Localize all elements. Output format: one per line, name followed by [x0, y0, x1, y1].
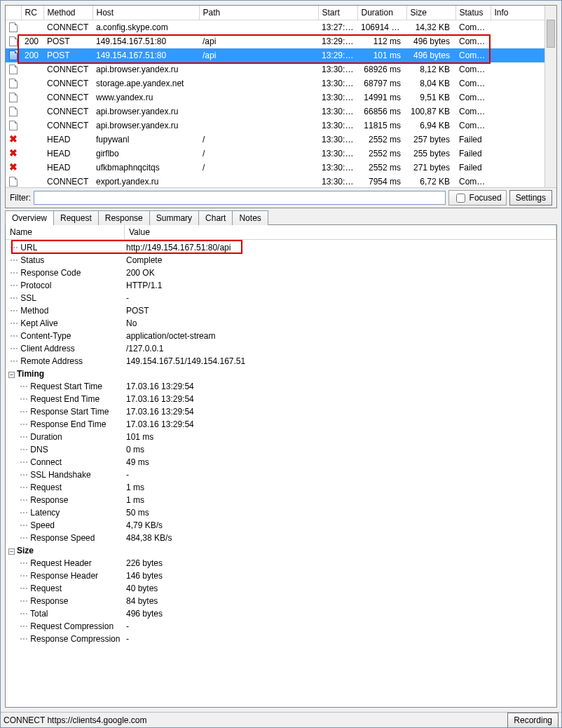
table-row[interactable]: CONNECTwww.yandex.ru13:30:3914991 ms9,51…	[6, 90, 556, 105]
detail-row[interactable]: ⋯ StatusComplete	[8, 254, 554, 267]
document-icon	[9, 50, 18, 60]
detail-row[interactable]: ⋯ Response84 bytes	[8, 595, 554, 607]
vertical-scrollbar[interactable]	[544, 6, 556, 187]
detail-row[interactable]: ⋯ Duration101 ms	[8, 431, 554, 443]
detail-name: ⋯ Response	[8, 495, 126, 505]
requests-pane: RCMethodHostPathStartDurationSizeStatusI…	[5, 5, 557, 208]
document-icon	[9, 93, 18, 102]
col-Duration[interactable]: Duration	[357, 6, 406, 20]
detail-row[interactable]: −Size	[8, 544, 554, 557]
detail-name: ⋯ Request	[8, 483, 126, 492]
detail-col-value[interactable]: Value	[125, 225, 556, 239]
detail-row[interactable]: ⋯ Request1 ms	[8, 481, 554, 494]
detail-row[interactable]: ⋯ Request Compression-	[8, 620, 554, 633]
detail-row[interactable]: ⋯ DNS0 ms	[8, 443, 554, 456]
detail-row[interactable]: ⋯ MethodPOST	[8, 304, 554, 317]
tab-request[interactable]: Request	[53, 210, 99, 225]
tab-summary[interactable]: Summary	[149, 210, 199, 225]
detail-row[interactable]: ⋯ Response1 ms	[8, 494, 554, 506]
detail-row[interactable]: ⋯ SSL Handshake-	[8, 469, 554, 481]
detail-row[interactable]: ⋯ Request End Time17.03.16 13:29:54	[8, 393, 554, 405]
detail-row[interactable]: −Timing	[8, 368, 554, 380]
detail-row[interactable]: ⋯ Request Start Time17.03.16 13:29:54	[8, 380, 554, 393]
col-Size[interactable]: Size	[406, 6, 455, 20]
collapse-icon[interactable]: −	[8, 548, 15, 555]
requests-table[interactable]: RCMethodHostPathStartDurationSizeStatusI…	[6, 6, 556, 187]
filter-label: Filter:	[10, 193, 31, 203]
settings-button[interactable]: Settings	[509, 190, 552, 205]
detail-name: ⋯ Total	[8, 609, 126, 619]
detail-body[interactable]: ⋯ URLhttp://149.154.167.51:80/api⋯ Statu…	[6, 240, 556, 707]
detail-name: ⋯ Request Start Time	[8, 382, 126, 391]
col-Path[interactable]: Path	[199, 6, 318, 20]
detail-row[interactable]: ⋯ Response Speed484,38 KB/s	[8, 532, 554, 544]
col-icon[interactable]	[6, 6, 21, 20]
detail-row[interactable]: ⋯ Response End Time17.03.16 13:29:54	[8, 418, 554, 431]
detail-value: HTTP/1.1	[126, 281, 554, 290]
detail-name: ⋯ Method	[8, 306, 126, 316]
detail-row[interactable]: ⋯ Remote Address149.154.167.51/149.154.1…	[8, 355, 554, 368]
tab-chart[interactable]: Chart	[198, 210, 233, 225]
tab-overview[interactable]: Overview	[5, 210, 54, 225]
focused-checkbox[interactable]	[456, 194, 465, 203]
detail-row[interactable]: ⋯ Response Start Time17.03.16 13:29:54	[8, 405, 554, 418]
detail-row[interactable]: ⋯ URLhttp://149.154.167.51:80/api	[8, 241, 554, 254]
tab-response[interactable]: Response	[98, 210, 150, 225]
detail-row[interactable]: ⋯ Request Header226 bytes	[8, 557, 554, 569]
table-row[interactable]: 200POST149.154.167.51:80/api13:29:54101 …	[6, 48, 556, 62]
detail-name: ⋯ Connect	[8, 457, 126, 467]
table-row[interactable]: CONNECTstorage.ape.yandex.net13:30:39687…	[6, 76, 556, 90]
detail-row[interactable]: ⋯ Kept AliveNo	[8, 317, 554, 330]
detail-name: ⋯ SSL Handshake	[8, 470, 126, 480]
detail-value: Complete	[126, 255, 554, 265]
detail-col-name[interactable]: Name	[6, 225, 125, 239]
col-Method[interactable]: Method	[43, 6, 92, 20]
detail-row[interactable]: ⋯ Connect49 ms	[8, 456, 554, 469]
detail-name: ⋯ Response Code	[8, 268, 126, 278]
table-row[interactable]: ✖HEADgirflbo/13:30:462552 ms255 bytesFai…	[6, 147, 556, 161]
table-row[interactable]: ✖HEADufkbmaphnqcitqs/13:30:462552 ms271 …	[6, 161, 556, 175]
detail-row[interactable]: ⋯ SSL-	[8, 292, 554, 304]
detail-value: http://149.154.167.51:80/api	[126, 243, 554, 252]
status-bar: CONNECT https://clients4.google.com Reco…	[1, 712, 561, 727]
detail-value: 50 ms	[126, 508, 554, 518]
detail-value: application/octet-stream	[126, 331, 554, 341]
focused-toggle[interactable]: Focused	[448, 190, 507, 205]
detail-row[interactable]: ⋯ Total496 bytes	[8, 607, 554, 620]
detail-row[interactable]: ⋯ Response Compression-	[8, 633, 554, 645]
col-Start[interactable]: Start	[318, 6, 357, 20]
detail-name: ⋯ Response Start Time	[8, 407, 126, 417]
detail-name: ⋯ Request Header	[8, 558, 126, 568]
detail-name: ⋯ Protocol	[8, 281, 126, 290]
detail-name: ⋯ URL	[8, 243, 126, 252]
col-Host[interactable]: Host	[92, 6, 199, 20]
collapse-icon[interactable]: −	[8, 372, 15, 378]
detail-row[interactable]: ⋯ Latency50 ms	[8, 506, 554, 519]
table-row[interactable]: CONNECTexport.yandex.ru13:30:467954 ms6,…	[6, 175, 556, 188]
detail-row[interactable]: ⋯ Request40 bytes	[8, 582, 554, 595]
detail-row[interactable]: ⋯ ProtocolHTTP/1.1	[8, 279, 554, 292]
table-row[interactable]: ✖HEADfupywanl/13:30:462552 ms257 bytesFa…	[6, 133, 556, 147]
detail-name: −Timing	[8, 369, 126, 379]
detail-row[interactable]: ⋯ Response Code200 OK	[8, 267, 554, 279]
col-Status[interactable]: Status	[455, 6, 491, 20]
detail-value: 484,38 KB/s	[126, 533, 554, 543]
detail-value: 0 ms	[126, 445, 554, 454]
detail-value: 1 ms	[126, 495, 554, 505]
table-row[interactable]: CONNECTapi.browser.yandex.ru13:30:416685…	[6, 105, 556, 119]
recording-button[interactable]: Recording	[507, 713, 558, 728]
detail-name: ⋯ Remote Address	[8, 356, 126, 366]
table-row[interactable]: 200POST149.154.167.51:80/api13:29:54112 …	[6, 34, 556, 48]
tab-notes[interactable]: Notes	[232, 210, 268, 225]
col-RC[interactable]: RC	[21, 6, 43, 20]
table-row[interactable]: CONNECTapi.browser.yandex.ru13:30:411181…	[6, 119, 556, 133]
detail-row[interactable]: ⋯ Speed4,79 KB/s	[8, 519, 554, 532]
table-row[interactable]: CONNECTapi.browser.yandex.ru13:30:396892…	[6, 62, 556, 76]
detail-name: ⋯ Request Compression	[8, 621, 126, 631]
detail-value: 17.03.16 13:29:54	[126, 394, 554, 404]
filter-input[interactable]	[34, 191, 446, 205]
table-row[interactable]: CONNECTa.config.skype.com13:27:52106914 …	[6, 20, 556, 34]
detail-row[interactable]: ⋯ Response Header146 bytes	[8, 569, 554, 582]
detail-row[interactable]: ⋯ Client Address/127.0.0.1	[8, 342, 554, 355]
detail-row[interactable]: ⋯ Content-Typeapplication/octet-stream	[8, 330, 554, 342]
